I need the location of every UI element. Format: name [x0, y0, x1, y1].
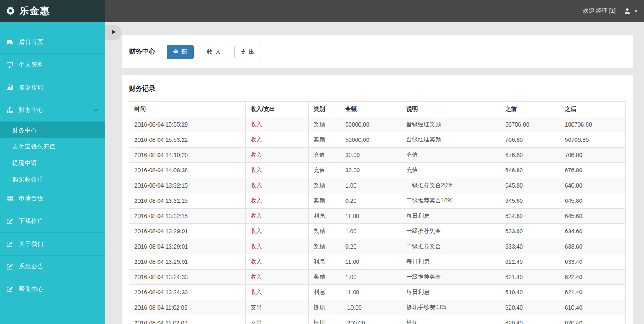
table-cell: 633.60	[560, 239, 625, 254]
sidebar-item-help[interactable]: 帮助中心	[0, 278, 105, 301]
table-cell: 0.20	[340, 193, 401, 209]
table-cell: 二级推荐奖金10%	[401, 193, 500, 209]
sidebar-item-home[interactable]: 后台首页	[0, 31, 105, 54]
table-cell: 收入	[245, 285, 308, 300]
table-cell: 1.00	[340, 224, 401, 239]
table-row: 2016-08-04 13:32:15收入奖励1.00一级推荐奖金20%645.…	[129, 178, 626, 193]
filter-button-expense[interactable]: 支 出	[234, 45, 261, 59]
table-cell: 收入	[245, 224, 308, 239]
table-cell: 0.20	[340, 239, 401, 254]
table-row: 2016-08-04 15:53:22收入奖励50000.00晋级经理奖励706…	[129, 132, 626, 148]
table-header-cell: 之后	[560, 102, 625, 117]
table-cell: 621.40	[560, 285, 625, 300]
edit-icon	[6, 240, 14, 248]
table-cell: 645.60	[500, 193, 560, 209]
table-cell: 634.60	[500, 209, 560, 224]
sidebar-item-upgrade[interactable]: 申请晋级	[0, 188, 105, 210]
table-cell: 2016-08-04 14:08:38	[129, 163, 246, 178]
gear-icon	[6, 6, 15, 16]
table-cell: 634.60	[560, 224, 625, 239]
table-cell: 676.80	[560, 163, 625, 178]
table-cell: 每日利息	[401, 254, 500, 270]
filter-button-all[interactable]: 全 部	[167, 45, 194, 59]
table-row: 2016-08-04 13:24:33收入奖励1.00一级推荐奖金621.406…	[129, 270, 626, 285]
table-cell: 奖励	[309, 239, 340, 254]
edit-icon	[6, 263, 14, 270]
records-panel: 财务记录 时间收入/支出类别金额说明之前之后2016-08-04 15:55:2…	[122, 75, 633, 324]
sidebar-item-label: 个人资料	[19, 61, 44, 68]
table-cell: 奖励	[309, 224, 340, 239]
sidebar-subitem-buy-coin[interactable]: 购买收益币	[0, 171, 105, 188]
table-cell: 2016-08-04 14:10:20	[129, 148, 246, 163]
table-cell: 645.80	[500, 178, 560, 193]
table-cell: 提现手续费0.05	[401, 300, 500, 315]
sidebar-subitem-finance-center[interactable]: 财务中心	[0, 122, 105, 138]
table-cell: 收入	[245, 117, 308, 132]
table-row: 2016-08-04 11:02:09支出提现-200.00提现820.4062…	[129, 315, 626, 324]
sidebar-item-promotion[interactable]: 下线推广	[0, 210, 105, 233]
sidebar-submenu-finance: 财务中心支付宝钱包充值提现申请购买收益币	[0, 122, 105, 188]
table-cell: 支出	[245, 315, 308, 324]
table-cell: 2016-08-04 13:32:15	[129, 193, 246, 209]
table-row: 2016-08-04 13:24:33收入利息11.00每日利息610.4062…	[129, 285, 626, 300]
table-cell: 1.00	[340, 270, 401, 285]
table-cell: 提现	[309, 315, 340, 324]
sidebar-item-announcement[interactable]: 系统公告	[0, 256, 105, 278]
table-cell: 633.40	[560, 254, 625, 270]
table-cell: 622.40	[560, 270, 625, 285]
sidebar-subitem-alipay-recharge[interactable]: 支付宝钱包充值	[0, 138, 105, 155]
table-cell: 2016-08-04 13:29:01	[129, 254, 246, 270]
table-cell: 622.40	[500, 254, 560, 270]
table-cell: 646.80	[500, 163, 560, 178]
filter-panel: 财务中心 全 部收 入支 出	[122, 35, 633, 68]
top-header: 乐金惠 欢迎 经理 [1]	[0, 0, 644, 22]
table-cell: 奖励	[309, 193, 340, 209]
filter-panel-title: 财务中心	[129, 47, 155, 56]
table-cell: 收入	[245, 270, 308, 285]
table-row: 2016-08-04 13:29:01收入利息11.00每日利息622.4063…	[129, 254, 626, 270]
sidebar-item-finance[interactable]: 财务中心	[0, 99, 105, 122]
table-cell: 一级推荐奖金	[401, 270, 500, 285]
sidebar-item-label: 修改密码	[19, 84, 44, 91]
table-cell: 50000.00	[340, 132, 401, 148]
table-cell: 提现	[309, 300, 340, 315]
table-header-cell: 收入/支出	[245, 102, 308, 117]
table-cell: 633.40	[500, 239, 560, 254]
sidebar: 后台首页个人资料修改密码财务中心财务中心支付宝钱包充值提现申请购买收益币申请晋级…	[0, 22, 105, 324]
table-cell: 奖励	[309, 132, 340, 148]
sidebar-subitem-withdraw-apply[interactable]: 提现申请	[0, 155, 105, 171]
sidebar-item-label: 下线推广	[19, 218, 44, 225]
table-cell: 100706.80	[560, 117, 625, 132]
sidebar-item-about[interactable]: 关于我们	[0, 233, 105, 256]
filter-button-income[interactable]: 收 入	[201, 45, 227, 59]
table-cell: 一级推荐奖金20%	[401, 178, 500, 193]
table-row: 2016-08-04 13:29:01收入奖励0.20二级推荐奖金633.406…	[129, 239, 626, 254]
table-cell: 676.80	[500, 148, 560, 163]
caret-down-icon	[634, 9, 638, 13]
table-cell: 奖励	[309, 270, 340, 285]
table-cell: 提现	[401, 315, 500, 324]
table-cell: 621.40	[500, 270, 560, 285]
brand[interactable]: 乐金惠	[0, 0, 105, 22]
records-title: 财务记录	[129, 85, 626, 93]
table-cell: 645.80	[560, 193, 625, 209]
table-cell: 645.60	[560, 209, 625, 224]
sidebar-item-password[interactable]: 修改密码	[0, 76, 105, 99]
sitemap-icon	[6, 106, 14, 114]
table-cell: 2016-08-04 15:53:22	[129, 132, 246, 148]
table-cell: 1.00	[340, 178, 401, 193]
filter-buttons: 全 部收 入支 出	[167, 45, 261, 59]
sidebar-item-profile[interactable]: 个人资料	[0, 54, 105, 76]
table-cell: 820.40	[500, 315, 560, 324]
table-cell: 奖励	[309, 178, 340, 193]
sidebar-toggle[interactable]	[105, 25, 122, 40]
table-cell: 每日利息	[401, 285, 500, 300]
welcome-text[interactable]: 欢迎 经理 [1]	[583, 7, 616, 15]
table-cell: 620.40	[560, 315, 625, 324]
edit-icon	[6, 218, 14, 225]
user-menu[interactable]	[624, 7, 638, 14]
table-cell: 2016-08-04 11:02:09	[129, 315, 246, 324]
table-row: 2016-08-04 14:10:20收入充值30.00充值676.80706.…	[129, 148, 626, 163]
table-cell: 50706.80	[500, 117, 560, 132]
table-row: 2016-08-04 15:55:28收入奖励50000.00晋级经理奖励507…	[129, 117, 626, 132]
